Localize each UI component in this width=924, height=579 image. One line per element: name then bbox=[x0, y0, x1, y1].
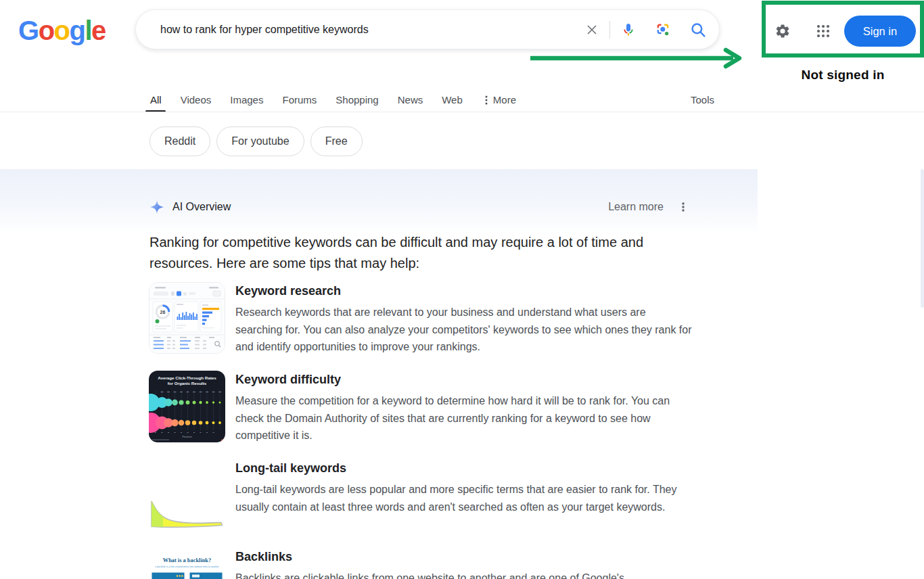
keyword-research-thumbnail[interactable]: 26 bbox=[149, 282, 225, 354]
scrollbar-thumb[interactable] bbox=[921, 169, 924, 308]
search-input[interactable] bbox=[136, 10, 584, 49]
search-bar-divider bbox=[609, 21, 610, 39]
svg-text:for Organic Results: for Organic Results bbox=[168, 381, 207, 386]
ai-overview-intro: Ranking for competitive keywords can be … bbox=[149, 232, 672, 273]
google-lens-icon[interactable] bbox=[655, 22, 671, 38]
long-tail-curve-thumbnail[interactable] bbox=[149, 459, 225, 531]
tab-forums[interactable]: Forums bbox=[282, 87, 317, 112]
ai-overview-items: 26 bbox=[149, 282, 697, 579]
overflow-menu-icon[interactable] bbox=[677, 201, 689, 213]
list-item-backlinks: What is a backlink? a backlink is a link… bbox=[149, 548, 697, 579]
sign-in-button[interactable]: Sign in bbox=[844, 16, 916, 47]
annotation-arrow bbox=[526, 47, 756, 72]
voice-search-mic-icon[interactable] bbox=[620, 22, 637, 38]
tabs-divider bbox=[0, 112, 924, 112]
ai-overview-header: AI Overview Learn more bbox=[149, 198, 689, 216]
tab-shopping[interactable]: Shopping bbox=[336, 87, 378, 112]
chip-reddit[interactable]: Reddit bbox=[149, 126, 210, 156]
list-item-keyword-difficulty: Average Click-Through Rates for Organic … bbox=[149, 371, 697, 442]
ai-sparkle-icon bbox=[149, 199, 164, 215]
google-logo[interactable]: Google bbox=[18, 16, 106, 45]
item-title[interactable]: Backlinks bbox=[235, 549, 695, 565]
backlink-infographic-thumbnail[interactable]: What is a backlink? a backlink is a link… bbox=[149, 548, 225, 579]
tab-news[interactable]: News bbox=[398, 87, 423, 112]
list-item-long-tail-keywords: Long-tail keywords Long-tail keywords ar… bbox=[149, 459, 697, 531]
settings-gear-icon[interactable] bbox=[775, 23, 791, 39]
result-tabs: All Videos Images Forums Shopping News W… bbox=[150, 87, 516, 112]
svg-text:What is a backlink?: What is a backlink? bbox=[163, 557, 211, 563]
ai-overview-title: AI Overview bbox=[172, 201, 231, 213]
item-description: Measure the competition for a keyword to… bbox=[235, 392, 695, 444]
google-search-page: Google bbox=[0, 0, 924, 579]
annotation-label: Not signed in bbox=[762, 68, 924, 83]
tab-tools[interactable]: Tools bbox=[691, 87, 714, 112]
tab-web[interactable]: Web bbox=[442, 87, 463, 112]
svg-text:Average Click-Through Rates: Average Click-Through Rates bbox=[158, 375, 216, 380]
google-apps-grid-icon[interactable] bbox=[815, 23, 831, 39]
search-icon[interactable] bbox=[689, 21, 707, 39]
svg-text:a backlink is a link created w: a backlink is a link created when one we… bbox=[155, 565, 219, 568]
item-title[interactable]: Keyword research bbox=[235, 283, 695, 299]
item-description: Backlinks are clickable links from one w… bbox=[235, 570, 695, 579]
chip-for-youtube[interactable]: For youtube bbox=[216, 126, 304, 156]
tab-images[interactable]: Images bbox=[230, 87, 263, 112]
item-description: Long-tail keywords are less popular and … bbox=[235, 481, 695, 515]
svg-text:Position: Position bbox=[182, 435, 191, 438]
keyword-difficulty-thumbnail[interactable]: Average Click-Through Rates for Organic … bbox=[149, 371, 225, 442]
tab-videos[interactable]: Videos bbox=[181, 87, 212, 112]
list-item-keyword-research: 26 bbox=[149, 282, 697, 354]
search-bar[interactable] bbox=[135, 9, 720, 49]
item-title[interactable]: Long-tail keywords bbox=[235, 460, 695, 476]
learn-more-link[interactable]: Learn more bbox=[608, 201, 664, 213]
tab-more[interactable]: More bbox=[482, 87, 516, 112]
svg-text:26: 26 bbox=[160, 310, 166, 315]
clear-icon[interactable] bbox=[584, 22, 599, 37]
more-dots-icon bbox=[482, 95, 491, 106]
chip-free[interactable]: Free bbox=[310, 126, 363, 156]
item-title[interactable]: Keyword difficulty bbox=[235, 371, 695, 388]
tab-all[interactable]: All bbox=[150, 87, 162, 112]
item-description: Research keywords that are relevant to y… bbox=[235, 304, 695, 356]
filter-chips: Reddit For youtube Free bbox=[149, 126, 363, 156]
